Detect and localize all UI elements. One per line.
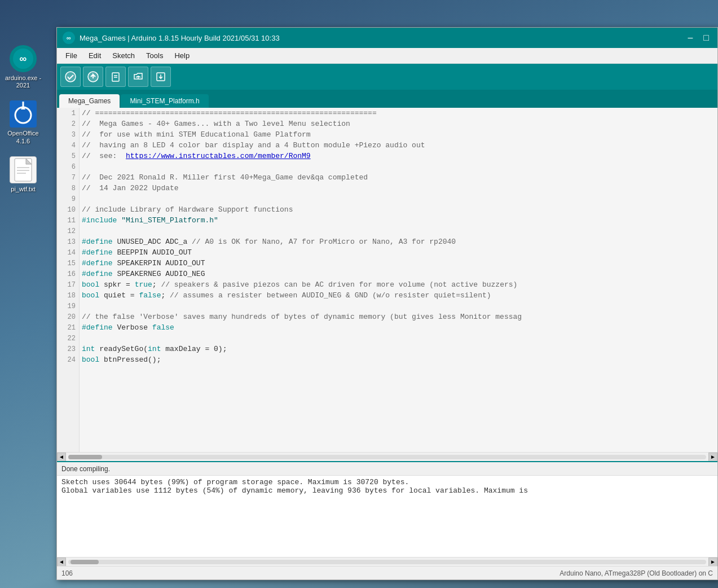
txt-icon [10,156,37,183]
code-line-23: int readySetGo(int maxDelay = 0); [82,344,715,354]
code-line-1: // =====================================… [82,108,715,119]
verify-button[interactable] [60,67,81,87]
ln-11: 11 [57,215,79,226]
code-line-21: #define Verbose false [82,322,715,333]
scroll-left-arrow[interactable]: ◄ [57,453,66,462]
tab-mini-stem-platform[interactable]: Mini_STEM_Platform.h [121,94,208,108]
menu-help[interactable]: Help [169,50,195,62]
desktop: ∞ arduino.exe - 2021 OpenOffice 4.1.6 [0,0,718,588]
menu-file[interactable]: File [60,50,83,62]
arduino-icon-label: arduino.exe - 2021 [3,74,43,89]
ln-17: 17 [57,279,79,290]
openoffice-icon-svg [10,100,37,128]
window-controls: – □ [685,32,712,43]
code-horizontal-scrollbar[interactable]: ◄ ► [57,452,717,461]
code-line-11: #include "Mini_STEM_Platform.h" [82,215,715,226]
new-file-icon [110,71,121,82]
ln-7: 7 [57,172,79,183]
ln-13: 13 [57,236,79,247]
console-scroll-left[interactable]: ◄ [57,558,66,567]
code-line-6 [82,161,715,172]
menu-edit[interactable]: Edit [83,50,107,62]
desktop-icon-openoffice[interactable]: OpenOffice 4.1.6 [3,100,43,144]
code-line-4: // having an 8 LED 4 color bar display a… [82,140,715,151]
ln-22: 22 [57,333,79,344]
desktop-icon-pi-wtf[interactable]: pi_wtf.txt [3,156,43,193]
code-line-13: #define UNUSED_ADC ADC_a // A0 is OK for… [82,236,715,247]
menu-sketch[interactable]: Sketch [107,50,140,62]
menu-bar: File Edit Sketch Tools Help [57,48,717,64]
ln-24: 24 [57,354,79,365]
code-line-16: #define SPEAKERNEG AUDIO_NEG [82,269,715,279]
code-editor[interactable]: // =====================================… [80,108,717,452]
upload-icon [87,71,99,82]
console-scrollbar-thumb[interactable] [71,560,99,564]
ln-18: 18 [57,290,79,301]
ln-1: 1 [57,108,79,119]
console-area: Done compiling. Sketch uses 30644 bytes … [57,461,717,557]
code-line-3: // for use with mini STEM Educational Ga… [82,129,715,140]
ln-4: 4 [57,140,79,151]
new-button[interactable] [105,67,126,87]
open-button[interactable] [128,67,148,87]
ln-20: 20 [57,311,79,322]
maximize-button[interactable]: □ [701,32,712,43]
code-line-5: // see: https://www.instructables.com/me… [82,151,715,161]
minimize-button[interactable]: – [685,32,696,43]
console-scroll-right[interactable]: ► [708,558,717,567]
console-scrollbar-track[interactable] [68,560,706,564]
code-line-18: bool quiet = false; // assumes a resiste… [82,290,715,301]
code-line-14: #define BEEPPIN AUDIO_OUT [82,247,715,258]
arduino-window: ∞ Mega_Games | Arduino 1.8.15 Hourly Bui… [56,27,718,580]
code-line-10: // include Library of Hardware Support f… [82,204,715,215]
ln-15: 15 [57,258,79,269]
ln-2: 2 [57,119,79,129]
code-line-12 [82,226,715,236]
board-info: Arduino Nano, ATmega328P (Old Bootloader… [560,569,713,577]
ln-21: 21 [57,322,79,333]
ln-5: 5 [57,151,79,161]
done-compiling-label: Done compiling. [61,465,110,473]
code-line-2: // Mega Games - 40+ Games... with a Two … [82,119,715,129]
ln-6: 6 [57,161,79,172]
ln-3: 3 [57,129,79,140]
save-button[interactable] [151,67,171,87]
openoffice-icon-label: OpenOffice 4.1.6 [3,130,43,144]
title-bar: ∞ Mega_Games | Arduino 1.8.15 Hourly Bui… [57,28,717,48]
window-title: Mega_Games | Arduino 1.8.15 Hourly Build… [80,34,685,42]
console-line-2: Global variables use 1112 bytes (54%) of… [61,486,713,495]
console-horizontal-scrollbar[interactable]: ◄ ► [57,557,717,566]
ln-14: 14 [57,247,79,258]
console-status: Done compiling. [57,462,717,476]
code-line-19 [82,301,715,311]
verify-icon [65,71,76,82]
ln-9: 9 [57,194,79,204]
status-bar: 106 Arduino Nano, ATmega328P (Old Bootlo… [57,566,717,580]
toolbar [57,64,717,90]
tab-mega-games[interactable]: Mega_Games [59,94,120,108]
code-line-17: bool spkr = true; // speakers & pasive p… [82,279,715,290]
ln-8: 8 [57,183,79,194]
line-col-indicator: 106 [61,569,73,577]
console-line-1: Sketch uses 30644 bytes (99%) of program… [61,478,713,486]
line-numbers: 1 2 3 4 5 6 7 8 9 10 11 12 13 14 15 16 1 [57,108,80,452]
pi-wtf-icon-label: pi_wtf.txt [11,186,35,193]
menu-tools[interactable]: Tools [140,50,169,62]
code-container: 1 2 3 4 5 6 7 8 9 10 11 12 13 14 15 16 1 [57,108,717,452]
scrollbar-track[interactable] [68,455,706,459]
scrollbar-thumb[interactable] [68,455,102,459]
code-line-15: #define SPEAKERPIN AUDIO_OUT [82,258,715,269]
code-line-22 [82,333,715,344]
code-line-8: // 14 Jan 2022 Update [82,183,715,194]
save-file-icon [155,71,166,82]
app-logo-icon: ∞ [63,32,75,44]
scroll-right-arrow[interactable]: ► [708,453,717,462]
console-output: Sketch uses 30644 bytes (99%) of program… [57,476,717,557]
code-line-20: // the false 'Verbose' saves many hundre… [82,311,715,322]
upload-button[interactable] [83,67,103,87]
desktop-icon-arduino[interactable]: ∞ arduino.exe - 2021 [3,45,43,89]
code-line-9 [82,194,715,204]
editor-area: 1 2 3 4 5 6 7 8 9 10 11 12 13 14 15 16 1 [57,108,717,580]
code-line-7: // Dec 2021 Ronald R. Miller first 40+Me… [82,172,715,183]
ln-12: 12 [57,226,79,236]
